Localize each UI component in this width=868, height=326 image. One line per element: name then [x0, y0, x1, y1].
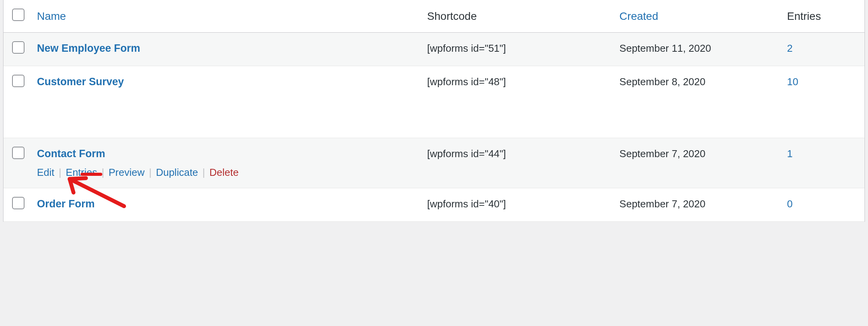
- row-actions: Edit | Entries | Preview | Duplicate | D…: [37, 165, 413, 179]
- form-title-link[interactable]: Contact Form: [37, 148, 105, 159]
- edit-link[interactable]: Edit: [37, 167, 54, 178]
- created-cell: September 8, 2020: [612, 66, 780, 138]
- shortcode-cell: [wpforms id="48"]: [420, 66, 612, 138]
- form-title-link[interactable]: New Employee Form: [37, 42, 140, 54]
- separator: |: [57, 167, 63, 178]
- shortcode-cell: [wpforms id="44"]: [420, 138, 612, 188]
- entries-link[interactable]: 2: [787, 42, 793, 54]
- header-created[interactable]: Created: [612, 0, 780, 33]
- header-shortcode: Shortcode: [420, 0, 612, 33]
- table-row: Customer Survey [wpforms id="48"] Septem…: [4, 66, 864, 138]
- created-cell: September 11, 2020: [612, 33, 780, 66]
- header-entries: Entries: [780, 0, 864, 33]
- select-all-checkbox[interactable]: [12, 9, 24, 21]
- separator: |: [147, 167, 153, 178]
- shortcode-cell: [wpforms id="51"]: [420, 33, 612, 66]
- sort-name-link[interactable]: Name: [37, 10, 66, 22]
- row-checkbox[interactable]: [12, 197, 24, 209]
- entries-action-link[interactable]: Entries: [66, 167, 97, 178]
- forms-table: Name Shortcode Created Entries New Emplo…: [4, 0, 864, 222]
- sort-created-link[interactable]: Created: [620, 10, 658, 22]
- created-cell: September 7, 2020: [612, 188, 780, 221]
- table-row: Order Form [wpforms id="40"] September 7…: [4, 188, 864, 221]
- entries-link[interactable]: 1: [787, 148, 793, 159]
- header-checkbox-col: [4, 0, 30, 33]
- duplicate-link[interactable]: Duplicate: [156, 167, 198, 178]
- header-name[interactable]: Name: [30, 0, 420, 33]
- table-row: New Employee Form [wpforms id="51"] Sept…: [4, 33, 864, 66]
- preview-link[interactable]: Preview: [108, 167, 144, 178]
- separator: |: [100, 167, 106, 178]
- table-row: Contact Form Edit | Entries | Preview | …: [4, 138, 864, 188]
- created-cell: September 7, 2020: [612, 138, 780, 188]
- row-checkbox[interactable]: [12, 41, 24, 54]
- row-checkbox[interactable]: [12, 147, 24, 159]
- form-title-link[interactable]: Customer Survey: [37, 76, 124, 88]
- form-title-link[interactable]: Order Form: [37, 198, 95, 210]
- shortcode-cell: [wpforms id="40"]: [420, 188, 612, 221]
- delete-link[interactable]: Delete: [210, 167, 239, 178]
- row-checkbox[interactable]: [12, 75, 24, 87]
- entries-link[interactable]: 10: [787, 76, 798, 88]
- entries-link[interactable]: 0: [787, 198, 793, 210]
- separator: |: [201, 167, 207, 178]
